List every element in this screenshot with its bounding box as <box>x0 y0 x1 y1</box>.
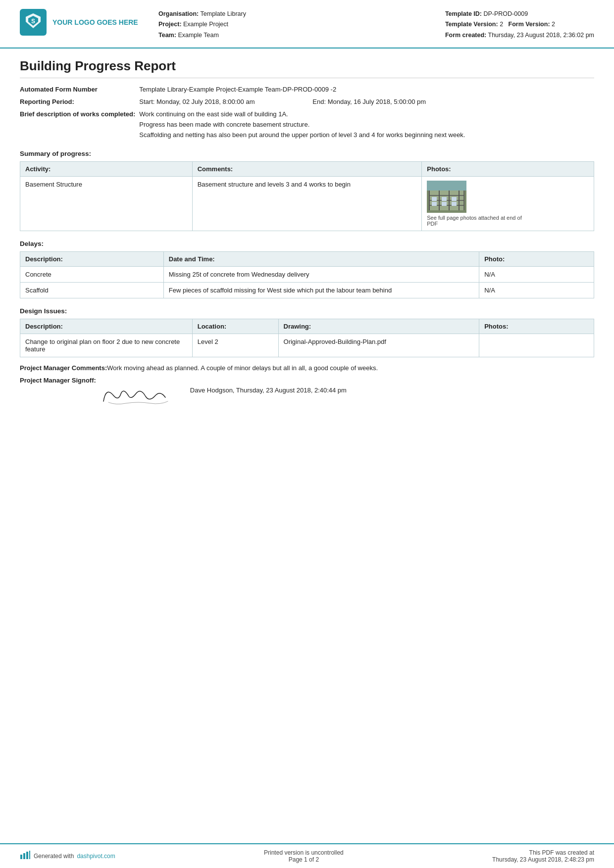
form-version-label: Form Version: <box>509 21 550 28</box>
project-value: Example Project <box>183 21 228 28</box>
team-label: Team: <box>158 32 176 39</box>
design-row-1: Change to original plan on floor 2 due t… <box>20 334 594 357</box>
reporting-period-label: Reporting Period: <box>20 96 139 108</box>
delays-row1-description: Concrete <box>20 266 164 282</box>
report-title: Building Progress Report <box>20 58 594 78</box>
info-table: Automated Form Number Template Library-E… <box>20 83 594 141</box>
project-label: Project: <box>158 21 182 28</box>
photo-caption: See full page photos attached at end of … <box>427 215 526 227</box>
signoff-section: Project Manager Signoff: Dave Hodgson, T… <box>20 377 594 411</box>
template-version-value: 2 <box>500 21 503 28</box>
design-col-drawing: Drawing: <box>278 319 479 334</box>
header: S YOUR LOGO GOES HERE Organisation: Temp… <box>0 0 614 48</box>
delays-col-photo: Photo: <box>479 251 594 266</box>
delays-title: Delays: <box>20 240 594 247</box>
form-created-value: Thursday, 23 August 2018, 2:36:02 pm <box>488 32 595 39</box>
svg-rect-20 <box>20 855 22 859</box>
delays-row1-datetime: Missing 25t of concrete from Wednesday d… <box>163 266 479 282</box>
summary-col-activity: Activity: <box>20 161 193 176</box>
summary-photos: See full page photos attached at end of … <box>422 176 594 231</box>
summary-activity: Basement Structure <box>20 176 193 231</box>
svg-rect-18 <box>442 202 447 206</box>
footer-center-text1: Printed version is uncontrolled <box>264 849 344 856</box>
main-content: Building Progress Report Automated Form … <box>0 48 614 843</box>
signature-area <box>96 377 175 411</box>
photo-thumbnail <box>427 181 466 213</box>
summary-row: Basement Structure Basement structure an… <box>20 176 594 231</box>
svg-rect-13 <box>427 181 466 191</box>
svg-rect-21 <box>23 853 25 859</box>
org-label: Organisation: <box>158 10 199 17</box>
footer: Generated with dashpivot.com Printed ver… <box>0 843 614 868</box>
manager-comments-value: Work moving ahead as planned. A couple o… <box>107 364 378 372</box>
summary-col-comments: Comments: <box>192 161 422 176</box>
brief-desc-value: Work continuing on the east side wall of… <box>139 108 594 141</box>
manager-comments-section: Project Manager Comments: Work moving ah… <box>20 364 594 372</box>
footer-left: Generated with dashpivot.com <box>20 851 115 862</box>
design-col-description: Description: <box>20 319 193 334</box>
signoff-name: Dave Hodgson, Thursday, 23 August 2018, … <box>190 377 347 394</box>
delays-row-2: Scaffold Few pieces of scaffold missing … <box>20 282 594 298</box>
delays-row-1: Concrete Missing 25t of concrete from We… <box>20 266 594 282</box>
summary-col-photos: Photos: <box>422 161 594 176</box>
svg-rect-23 <box>29 851 30 859</box>
form-created-label: Form created: <box>445 32 486 39</box>
signoff-content: Dave Hodgson, Thursday, 23 August 2018, … <box>96 377 347 411</box>
brief-desc-line-3: Scaffolding and netting has also been pu… <box>139 131 590 139</box>
design-row1-drawing: Original-Approved-Building-Plan.pdf <box>278 334 479 357</box>
svg-rect-22 <box>26 852 28 859</box>
org-value: Template Library <box>201 10 246 17</box>
svg-rect-16 <box>452 197 457 201</box>
footer-page-info: Page 1 of 2 <box>264 856 344 863</box>
design-row1-description: Change to original plan on floor 2 due t… <box>20 334 193 357</box>
delays-row2-description: Scaffold <box>20 282 164 298</box>
design-row1-location: Level 2 <box>192 334 278 357</box>
template-version-label: Template Version: <box>445 21 498 28</box>
team-value: Example Team <box>178 32 218 39</box>
template-id-value: DP-PROD-0009 <box>483 10 528 17</box>
brief-desc-row: Brief description of works completed: Wo… <box>20 108 594 141</box>
design-col-photos: Photos: <box>479 319 594 334</box>
summary-title: Summary of progress: <box>20 150 594 157</box>
brief-desc-line-1: Work continuing on the east side wall of… <box>139 110 590 118</box>
svg-rect-15 <box>442 197 447 201</box>
logo-box: S <box>20 9 47 36</box>
design-col-location: Location: <box>192 319 278 334</box>
header-right: Template ID: DP-PROD-0009 Template Versi… <box>445 9 594 41</box>
form-version-value: 2 <box>552 21 555 28</box>
delays-row2-datetime: Few pieces of scaffold missing for West … <box>163 282 479 298</box>
manager-comments-label: Project Manager Comments: <box>20 364 107 372</box>
footer-center: Printed version is uncontrolled Page 1 o… <box>264 849 344 863</box>
brief-desc-line-2: Progress has been made with concrete bas… <box>139 121 590 128</box>
footer-right-text1: This PDF was created at <box>492 849 594 856</box>
footer-generated-text: Generated with <box>34 853 74 860</box>
brief-desc-label: Brief description of works completed: <box>20 108 139 141</box>
reporting-period-end: End: Monday, 16 July 2018, 5:00:00 pm <box>312 96 594 108</box>
design-issues-title: Design Issues: <box>20 307 594 315</box>
svg-rect-14 <box>432 197 437 201</box>
template-id-label: Template ID: <box>445 10 482 17</box>
footer-right-text2: Thursday, 23 August 2018, 2:48:23 pm <box>492 856 594 863</box>
logo-text: YOUR LOGO GOES HERE <box>52 18 138 27</box>
page: S YOUR LOGO GOES HERE Organisation: Temp… <box>0 0 614 868</box>
design-row1-photos <box>479 334 594 357</box>
summary-table: Activity: Comments: Photos: Basement Str… <box>20 161 594 231</box>
design-issues-table: Description: Location: Drawing: Photos: … <box>20 319 594 357</box>
delays-table: Description: Date and Time: Photo: Concr… <box>20 251 594 298</box>
form-number-value: Template Library-Example Project-Example… <box>139 83 594 96</box>
delays-row1-photo: N/A <box>479 266 594 282</box>
reporting-period-row: Reporting Period: Start: Monday, 02 July… <box>20 96 594 108</box>
logo-area: S YOUR LOGO GOES HERE <box>20 9 139 36</box>
summary-comments: Basement structure and levels 3 and 4 wo… <box>192 176 422 231</box>
svg-text:S: S <box>31 18 35 25</box>
footer-right: This PDF was created at Thursday, 23 Aug… <box>492 849 594 863</box>
footer-generated-link[interactable]: dashpivot.com <box>77 853 115 860</box>
signoff-label: Project Manager Signoff: <box>20 377 96 384</box>
logo-icon: S <box>24 12 42 33</box>
header-middle: Organisation: Template Library Project: … <box>158 9 445 41</box>
form-number-label: Automated Form Number <box>20 83 139 96</box>
delays-col-description: Description: <box>20 251 164 266</box>
delays-row2-photo: N/A <box>479 282 594 298</box>
svg-rect-17 <box>432 202 437 206</box>
photo-cell: See full page photos attached at end of … <box>427 181 589 227</box>
